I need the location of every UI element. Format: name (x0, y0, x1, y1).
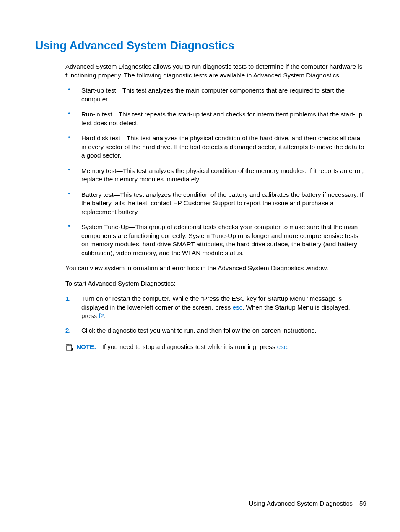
list-item: Hard disk test—This test analyzes the ph… (65, 134, 366, 160)
svg-point-2 (68, 344, 69, 345)
footer-title: Using Advanced System Diagnostics (249, 500, 353, 507)
list-item: Battery test—This test analyzes the cond… (65, 191, 366, 217)
list-item: Start-up test—This test analyzes the mai… (65, 86, 366, 103)
start-paragraph: To start Advanced System Diagnostics: (65, 279, 366, 288)
document-page: Using Advanced System Diagnostics Advanc… (0, 0, 400, 380)
note-text-post: . (287, 343, 288, 350)
note-label: NOTE: (76, 343, 96, 350)
svg-point-1 (67, 344, 68, 345)
note-icon (65, 343, 74, 353)
intro-paragraph: Advanced System Diagnostics allows you t… (65, 62, 366, 80)
info-paragraph: You can view system information and erro… (65, 264, 366, 273)
note-text: If you need to stop a diagnostics test w… (102, 343, 289, 350)
test-list: Start-up test—This test analyzes the mai… (65, 86, 366, 257)
note-body: NOTE: If you need to stop a diagnostics … (76, 343, 289, 351)
list-item: Turn on or restart the computer. While t… (65, 294, 366, 320)
list-item: Click the diagnostic test you want to ru… (65, 326, 366, 335)
key-esc: esc (232, 304, 242, 311)
step-text: . (104, 312, 106, 319)
list-item: System Tune-Up—This group of additional … (65, 223, 366, 257)
footer-page-number: 59 (359, 500, 366, 507)
list-item: Run-in test—This test repeats the start-… (65, 110, 366, 127)
step-list: Turn on or restart the computer. While t… (65, 294, 366, 335)
page-heading: Using Advanced System Diagnostics (35, 39, 366, 52)
note-block: NOTE: If you need to stop a diagnostics … (65, 341, 366, 355)
page-footer: Using Advanced System Diagnostics 59 (249, 500, 366, 507)
svg-point-3 (70, 344, 70, 345)
list-item: Memory test—This test analyzes the physi… (65, 167, 366, 184)
key-esc: esc (277, 343, 287, 350)
key-f2: f2 (99, 312, 104, 319)
note-text-pre: If you need to stop a diagnostics test w… (102, 343, 277, 350)
